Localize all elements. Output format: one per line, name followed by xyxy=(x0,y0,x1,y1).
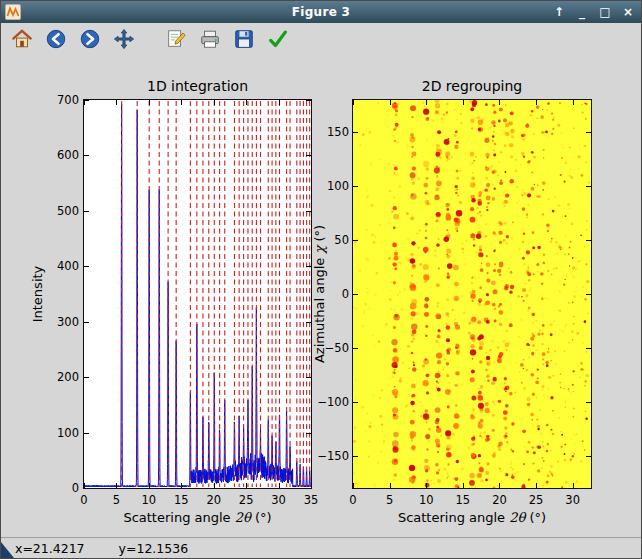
tick-label: −150 xyxy=(317,449,349,463)
minimize-button[interactable]: _ xyxy=(574,3,590,21)
math-symbol: χ xyxy=(312,246,327,254)
home-button[interactable] xyxy=(9,26,35,52)
label-text: (°) xyxy=(251,510,272,525)
tick-label: 5 xyxy=(113,493,120,507)
close-button[interactable]: × xyxy=(620,3,636,21)
back-button[interactable] xyxy=(43,26,69,52)
tick-label: 150 xyxy=(327,125,349,139)
tick-label: 15 xyxy=(174,493,189,507)
tick-label: 500 xyxy=(57,204,79,218)
tick-label: 35 xyxy=(304,493,319,507)
apply-check-icon xyxy=(267,28,289,50)
toolbar-separator xyxy=(145,39,155,40)
tick-label: 0 xyxy=(342,287,349,301)
label-text: Scattering angle xyxy=(398,510,509,525)
tick-label: 100 xyxy=(57,426,79,440)
tick-label: −100 xyxy=(317,395,349,409)
plot-1d-canvas[interactable] xyxy=(84,100,311,488)
tick-label: 10 xyxy=(142,493,157,507)
tick-label: 50 xyxy=(334,233,349,247)
apply-button[interactable] xyxy=(265,26,291,52)
figure-toolbar xyxy=(1,23,641,56)
tick-label: 25 xyxy=(529,493,544,507)
pan-button[interactable] xyxy=(111,26,137,52)
tick-label: 30 xyxy=(271,493,286,507)
plot1-xlabel: Scattering angle 2θ (°) xyxy=(84,510,311,525)
label-text: Azimuthal angle xyxy=(312,254,327,363)
plot2-xtick-labels: 051015202530 xyxy=(353,493,591,507)
save-button[interactable] xyxy=(231,26,257,52)
cursor-x-readout: x=21.4217 xyxy=(15,541,85,556)
plot2-xlabel: Scattering angle 2θ (°) xyxy=(353,510,591,525)
shade-button[interactable]: ↑ xyxy=(551,3,567,21)
tick-label: 30 xyxy=(565,493,580,507)
math-symbol: 2θ xyxy=(509,510,525,525)
plot1-title: 1D integration xyxy=(84,78,311,94)
tick-label: 0 xyxy=(349,493,356,507)
print-button[interactable] xyxy=(197,26,223,52)
pan-move-icon xyxy=(113,28,135,50)
cursor-y-readout: y=12.1536 xyxy=(119,541,189,556)
window-title: Figure 3 xyxy=(1,5,641,19)
tick-label: 300 xyxy=(57,315,79,329)
edit-button[interactable] xyxy=(163,26,189,52)
tick-label: 0 xyxy=(72,481,79,495)
tick-label: 20 xyxy=(492,493,507,507)
plot2-ylabel: Azimuthal angle χ (°) xyxy=(312,225,327,363)
forward-button[interactable] xyxy=(77,26,103,52)
tick-label: 200 xyxy=(57,370,79,384)
label-text: (°) xyxy=(312,225,327,246)
statusbar: x=21.4217 y=12.1536 xyxy=(1,537,641,558)
plot-2d-canvas[interactable] xyxy=(353,100,591,488)
resize-grip[interactable] xyxy=(1,542,14,558)
figure-window: Figure 3 ↑ _ □ × xyxy=(0,0,642,559)
tick-label: 25 xyxy=(239,493,254,507)
edit-page-icon xyxy=(165,28,187,50)
tick-label: 15 xyxy=(456,493,471,507)
plot1-ytick-labels: 0100200300400500600700 xyxy=(41,100,79,488)
tick-label: 100 xyxy=(327,179,349,193)
home-icon xyxy=(11,28,33,50)
tick-label: −50 xyxy=(325,341,349,355)
printer-icon xyxy=(199,28,221,50)
math-symbol: 2θ xyxy=(235,510,251,525)
label-text: Scattering angle xyxy=(123,510,234,525)
plot-1d-axes[interactable] xyxy=(83,99,312,489)
plot2-title: 2D regrouping xyxy=(353,78,591,94)
tick-label: 600 xyxy=(57,148,79,162)
window-controls: ↑ _ □ × xyxy=(551,1,636,23)
forward-arrow-icon xyxy=(79,28,101,50)
tick-label: 0 xyxy=(80,493,87,507)
tick-label: 700 xyxy=(57,93,79,107)
save-floppy-icon xyxy=(233,28,255,50)
tick-label: 5 xyxy=(386,493,393,507)
tick-label: 10 xyxy=(419,493,434,507)
plot-2d-axes[interactable] xyxy=(352,99,592,489)
plot1-xtick-labels: 05101520253035 xyxy=(84,493,311,507)
tick-label: 400 xyxy=(57,259,79,273)
titlebar[interactable]: Figure 3 ↑ _ □ × xyxy=(1,1,641,23)
back-arrow-icon xyxy=(45,28,67,50)
maximize-button[interactable]: □ xyxy=(597,3,613,21)
tick-label: 20 xyxy=(206,493,221,507)
label-text: (°) xyxy=(525,510,546,525)
plot1-ylabel: Intensity xyxy=(30,266,45,323)
figure-canvas-area: 1D integration 2D regrouping 01002003004… xyxy=(1,55,641,537)
